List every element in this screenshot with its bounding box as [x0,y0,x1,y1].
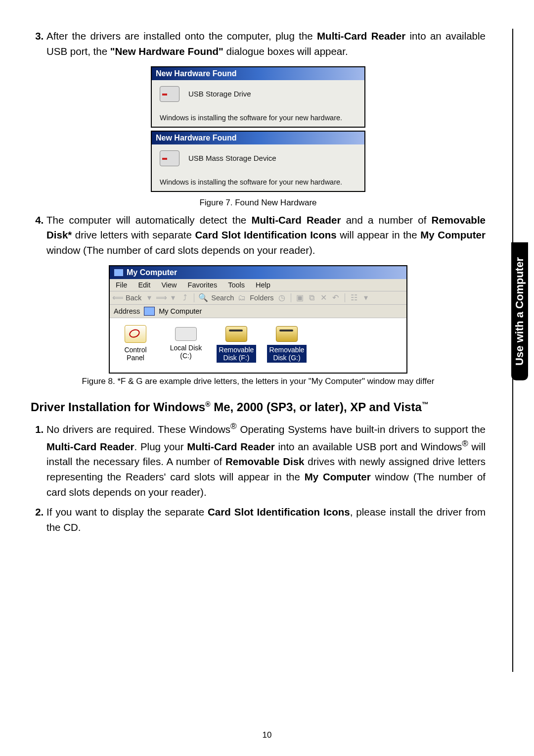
window-titlebar: My Computer [110,266,406,279]
address-value[interactable]: My Computer [159,307,202,315]
dropdown-icon[interactable]: ▾ [169,294,177,302]
my-computer-icon [144,307,155,316]
b: Multi-Card Reader [251,214,341,226]
menu-file[interactable]: File [116,281,127,289]
page-number: 10 [0,730,534,740]
dialog-title: New Hardware Found [152,67,364,80]
device-icon [160,150,179,166]
figure7-caption: Figure 7. Found New Hardware [199,198,316,208]
b: My Computer [420,229,486,240]
copy-icon[interactable]: ⧉ [308,294,316,302]
t: . Plug your [134,440,187,452]
section-heading: Driver Installation for Windows® Me, 200… [31,400,486,414]
delete-icon[interactable]: ✕ [320,294,328,302]
separator [345,293,345,302]
t: If you want to display the separate [46,506,208,518]
h: Driver Installation for Windows [31,400,205,414]
b: My Computer [305,471,371,482]
b: Multi-Card Reader [187,440,275,452]
removable-disk-f-item[interactable]: Removable Disk (F:) [217,325,256,363]
my-computer-icon [114,269,124,277]
move-icon[interactable]: ▣ [296,294,304,302]
dropdown-icon[interactable]: ▾ [145,294,153,302]
menu-bar: File Edit View Favorites Tools Help [110,279,406,291]
separator [194,293,194,302]
icon-label: Local Disk (C:) [170,344,202,360]
b: Removable Disk [225,456,304,467]
side-tab: Use with a Computer [511,242,528,380]
b: Multi-Card Reader [46,440,134,452]
step-3: After the drivers are installed onto the… [46,29,486,59]
device-icon [160,86,179,102]
removable-disk-icon [276,326,298,342]
step3-text3: dialogue boxes will appear. [223,46,348,57]
history-icon[interactable]: ◷ [278,294,286,302]
figure-8: My Computer File Edit View Favorites Too… [31,265,486,386]
window-title: My Computer [127,268,177,277]
menu-favorites[interactable]: Favorites [188,281,218,289]
reg: ® [230,422,237,431]
icon-label: Removable Disk (F:) [217,345,256,363]
step3-text: After the drivers are installed onto the… [46,30,317,42]
t: No drivers are required. These Windows [46,424,230,435]
my-computer-window: My Computer File Edit View Favorites Too… [109,265,407,374]
h: Me, 2000 (SP3, or later), XP and Vista [210,400,421,414]
dialog-status: Windows is installing the software for y… [152,177,364,191]
address-bar: Address My Computer [110,305,406,318]
icon-label: Control Panel [124,346,146,362]
step-4: The computer will automatically detect t… [46,213,486,258]
b: Card Slot Identification Icons [208,506,350,518]
menu-tools[interactable]: Tools [228,281,245,289]
drive-icon [175,327,197,341]
t: The computer will automatically detect t… [46,214,251,226]
b: Card Slot Identification Icons [195,229,337,240]
dropdown-icon[interactable]: ▾ [362,294,370,302]
back-button[interactable]: Back [126,294,141,302]
separator [291,293,291,302]
menu-help[interactable]: Help [256,281,270,289]
removable-disk-g-item[interactable]: Removable Disk (G:) [267,325,307,363]
figure8-caption: Figure 8. *F & G are example drive lette… [82,377,435,386]
trademark-mark: ™ [422,400,429,408]
icon-area: Control Panel Local Disk (C:) Removable … [110,318,406,373]
removable-disk-icon [225,326,247,342]
section-step-1: No drivers are required. These Windows® … [46,420,486,500]
toolbar: ⟸ Back ▾ ⟹ ▾ ⤴ 🔍 Search 🗂 Folders ◷ ▣ ⧉ … [110,291,406,305]
search-icon[interactable]: 🔍 [199,294,207,302]
control-panel-icon [125,325,146,343]
registered-mark: ® [205,400,210,408]
folders-button[interactable]: Folders [250,294,273,302]
address-label: Address [114,307,140,315]
reg: ® [462,439,468,448]
t: will appear in the [337,229,420,240]
device-name: USB Mass Storage Device [188,154,276,162]
dialog-status: Windows is installing the software for y… [152,113,364,127]
forward-icon[interactable]: ⟹ [157,294,165,302]
control-panel-item[interactable]: Control Panel [116,325,155,362]
icon-label: Removable Disk (G:) [267,345,307,363]
undo-icon[interactable]: ↶ [332,294,340,302]
main-content: After the drivers are installed onto the… [31,29,503,535]
bold-nhf: "New Hardware Found" [110,46,223,57]
t: into an available USB port and Windows [275,440,462,452]
views-icon[interactable]: ☷ [350,294,358,302]
bold-mcr: Multi-Card Reader [317,30,405,42]
t: drive letters with separate [72,229,195,240]
local-disk-c-item[interactable]: Local Disk (C:) [166,325,206,360]
device-name: USB Storage Drive [188,90,251,98]
up-icon[interactable]: ⤴ [181,294,189,302]
dialog-nhf-2: New Hardware Found USB Mass Storage Devi… [151,131,365,192]
t: Operating Systems have built-in drivers … [237,424,486,435]
menu-edit[interactable]: Edit [138,281,150,289]
menu-view[interactable]: View [161,281,177,289]
dialog-title: New Hardware Found [152,132,364,144]
figure-7: New Hardware Found USB Storage Drive Win… [31,66,486,208]
folders-icon[interactable]: 🗂 [238,294,246,302]
section-step-2: If you want to display the separate Card… [46,505,486,535]
search-button[interactable]: Search [211,294,234,302]
dialog-nhf-1: New Hardware Found USB Storage Drive Win… [151,66,365,128]
t: window (The number of card slots depends… [46,244,315,256]
t: and a number of [341,214,431,226]
back-icon[interactable]: ⟸ [114,294,122,302]
